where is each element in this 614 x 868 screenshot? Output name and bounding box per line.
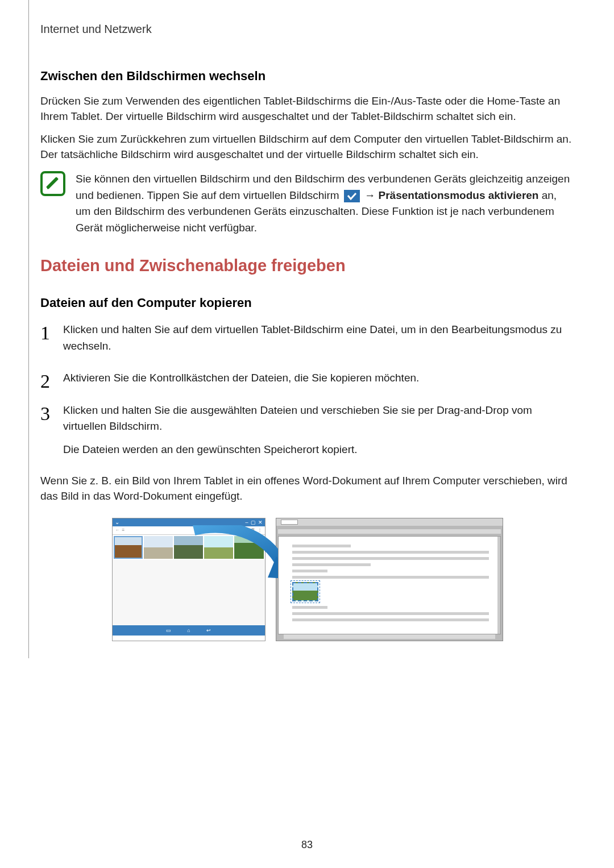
note-bold: Präsentationsmodus aktivieren	[379, 189, 539, 201]
share-icon: ➤	[244, 528, 248, 533]
step-text: Klicken und halten Sie die ausgewählten …	[63, 404, 532, 433]
delete-icon: 🗑	[251, 528, 255, 533]
step-item: Aktivieren Sie die Kontrollkästchen der …	[40, 370, 574, 387]
maximize-icon: ▢	[251, 520, 256, 525]
note-block: Sie können den virtuellen Bildschirm und…	[40, 171, 574, 236]
gallery-thumbnail	[114, 536, 143, 559]
back-icon: ←	[115, 528, 120, 533]
step-item: Klicken und halten Sie die ausgewählten …	[40, 402, 574, 458]
gallery-thumbnail	[174, 536, 203, 559]
chevron-down-icon: ⌄	[115, 519, 119, 525]
heading-switch-screens: Zwischen den Bildschirmen wechseln	[40, 69, 574, 84]
window-tab	[281, 520, 298, 525]
menu-icon: ≡	[122, 528, 125, 533]
step-extra: Die Dateien werden an den gewünschten Sp…	[63, 442, 574, 458]
paragraph: Wenn Sie z. B. ein Bild von Ihrem Tablet…	[40, 474, 574, 504]
home-icon: ⌂	[187, 628, 190, 633]
arrow-glyph: →	[364, 189, 378, 201]
paragraph: Klicken Sie zum Zurückkehren zum virtuel…	[40, 132, 574, 162]
close-icon: ✕	[258, 520, 263, 525]
step-text: Klicken und halten Sie auf dem virtuelle…	[63, 323, 562, 352]
page-number: 83	[0, 839, 614, 851]
heading-copy-to-pc: Dateien auf den Computer kopieren	[40, 296, 574, 310]
gallery-thumbnail	[204, 536, 233, 559]
recent-apps-icon: ▭	[166, 628, 171, 633]
minimize-icon: –	[245, 520, 248, 525]
pc-document-window	[276, 518, 503, 641]
note-icon	[40, 171, 65, 196]
breadcrumb: Internet und Netzwerk	[40, 20, 574, 36]
more-icon: ⋮	[258, 528, 262, 533]
paragraph: Drücken Sie zum Verwenden des eigentlich…	[40, 94, 574, 124]
step-item: Klicken und halten Sie auf dem virtuelle…	[40, 322, 574, 354]
gallery-thumbnail	[234, 536, 263, 559]
illustration-row: ⌄ – ▢ ✕ ←≡ ➤🗑⋮ ▭ ⌂	[40, 518, 574, 641]
step-list: Klicken und halten Sie auf dem virtuelle…	[40, 322, 574, 458]
sidesync-menu-icon	[344, 190, 360, 202]
note-text: Sie können den virtuellen Bildschirm und…	[76, 171, 574, 236]
inserted-image-placeholder	[292, 582, 318, 601]
tablet-virtual-window: ⌄ – ▢ ✕ ←≡ ➤🗑⋮ ▭ ⌂	[112, 518, 265, 641]
back-nav-icon: ↩	[206, 628, 211, 633]
gallery-thumbnail	[144, 536, 173, 559]
heading-share-files: Dateien und Zwischenablage freigeben	[40, 256, 574, 275]
step-text: Aktivieren Sie die Kontrollkästchen der …	[63, 372, 419, 384]
